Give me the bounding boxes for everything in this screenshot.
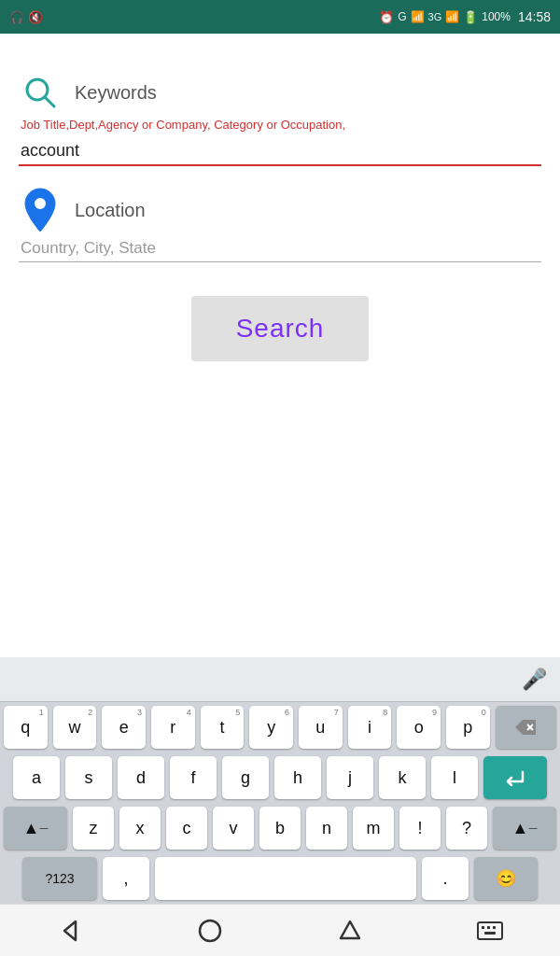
- svg-point-2: [35, 198, 46, 209]
- signal-bars-icon: 📶: [411, 10, 425, 23]
- keyboard-row-1: q1 w2 e3 r4 t5 y6 u7 i8 o9 p0: [0, 702, 560, 752]
- svg-rect-11: [493, 926, 496, 929]
- key-v[interactable]: v: [213, 807, 254, 850]
- key-k[interactable]: k: [379, 756, 426, 799]
- network-g-icon: G: [398, 10, 406, 23]
- volume-icon: 🔇: [28, 10, 43, 24]
- key-n[interactable]: n: [306, 807, 347, 850]
- key-period[interactable]: .: [422, 857, 469, 900]
- location-pin-icon: [19, 189, 62, 232]
- key-comma[interactable]: ,: [103, 857, 149, 900]
- key-s[interactable]: s: [65, 756, 112, 799]
- keyboard-row-2: a s d f g h j k l: [0, 752, 560, 803]
- keywords-hint: Job Title,Dept,Agency or Company, Catego…: [21, 118, 541, 132]
- location-section: Location: [19, 189, 541, 232]
- location-input[interactable]: [19, 235, 541, 262]
- alarm-icon: ⏰: [379, 10, 394, 24]
- search-button[interactable]: Search: [191, 296, 369, 361]
- key-p[interactable]: p0: [446, 706, 490, 749]
- key-space[interactable]: [155, 857, 416, 900]
- key-question[interactable]: ?: [446, 807, 487, 850]
- key-e[interactable]: e3: [102, 706, 146, 749]
- nav-bar: [0, 904, 560, 956]
- key-num123[interactable]: ?123: [22, 857, 97, 900]
- nav-recents-button[interactable]: [322, 912, 378, 949]
- keyboard: 🎤 q1 w2 e3 r4 t5 y6 u7 i8 o9 p0 a s d f …: [0, 657, 560, 904]
- keyboard-row-3: ▲— z x c v b n m ! ? ▲—: [0, 803, 560, 853]
- nav-home-button[interactable]: [182, 912, 238, 949]
- keywords-label: Keywords: [75, 82, 157, 104]
- status-bar-left: 🎧 🔇: [9, 10, 43, 24]
- key-z[interactable]: z: [73, 807, 114, 850]
- battery-icon: 🔋: [463, 10, 478, 24]
- headphone-icon: 🎧: [9, 10, 24, 24]
- nav-back-button[interactable]: [42, 912, 98, 949]
- key-exclaim[interactable]: !: [399, 807, 441, 850]
- key-f[interactable]: f: [170, 756, 217, 799]
- keywords-section: Keywords: [19, 71, 541, 114]
- search-icon: [19, 71, 62, 114]
- svg-rect-10: [487, 926, 490, 929]
- location-label: Location: [75, 200, 146, 221]
- battery-percent: 100%: [482, 10, 511, 23]
- keyboard-toolbar: 🎤: [0, 657, 560, 702]
- key-c[interactable]: c: [166, 807, 207, 850]
- key-u[interactable]: u7: [299, 706, 343, 749]
- key-t[interactable]: t5: [201, 706, 245, 749]
- key-q[interactable]: q1: [4, 706, 48, 749]
- svg-rect-8: [478, 922, 502, 939]
- search-button-wrapper: Search: [19, 296, 541, 361]
- key-delete[interactable]: [496, 706, 556, 749]
- key-w[interactable]: w2: [53, 706, 97, 749]
- signal-bars-2-icon: 📶: [445, 10, 459, 23]
- svg-marker-7: [341, 921, 359, 938]
- mic-icon[interactable]: 🎤: [522, 668, 547, 692]
- key-j[interactable]: j: [327, 756, 373, 799]
- key-o[interactable]: o9: [397, 706, 441, 749]
- key-shift-left[interactable]: ▲—: [4, 807, 67, 850]
- svg-point-6: [200, 921, 220, 941]
- key-enter[interactable]: [483, 756, 547, 799]
- key-y[interactable]: y6: [249, 706, 293, 749]
- key-i[interactable]: i8: [348, 706, 392, 749]
- key-h[interactable]: h: [274, 756, 321, 799]
- key-b[interactable]: b: [259, 807, 301, 850]
- key-r[interactable]: r4: [151, 706, 195, 749]
- svg-line-1: [45, 97, 54, 106]
- key-shift-right[interactable]: ▲—: [493, 807, 556, 850]
- time-display: 14:58: [518, 9, 551, 24]
- key-a[interactable]: a: [13, 756, 60, 799]
- svg-rect-12: [484, 932, 496, 935]
- main-content: Keywords Job Title,Dept,Agency or Compan…: [0, 34, 560, 399]
- status-bar: 🎧 🔇 ⏰ G 📶 3G 📶 🔋 100% 14:58: [0, 0, 560, 34]
- svg-rect-9: [482, 926, 484, 929]
- key-d[interactable]: d: [118, 756, 164, 799]
- key-m[interactable]: m: [353, 807, 394, 850]
- nav-keyboard-button[interactable]: [462, 912, 518, 949]
- keywords-input[interactable]: [19, 137, 541, 166]
- key-emoji[interactable]: 😊: [474, 857, 538, 900]
- svg-marker-5: [64, 921, 76, 940]
- status-bar-right: ⏰ G 📶 3G 📶 🔋 100% 14:58: [379, 9, 551, 24]
- network-3g-icon: 3G: [428, 11, 442, 22]
- key-g[interactable]: g: [222, 756, 269, 799]
- key-x[interactable]: x: [119, 807, 161, 850]
- keyboard-row-4: ?123 , . 😊: [0, 853, 560, 904]
- key-l[interactable]: l: [431, 756, 478, 799]
